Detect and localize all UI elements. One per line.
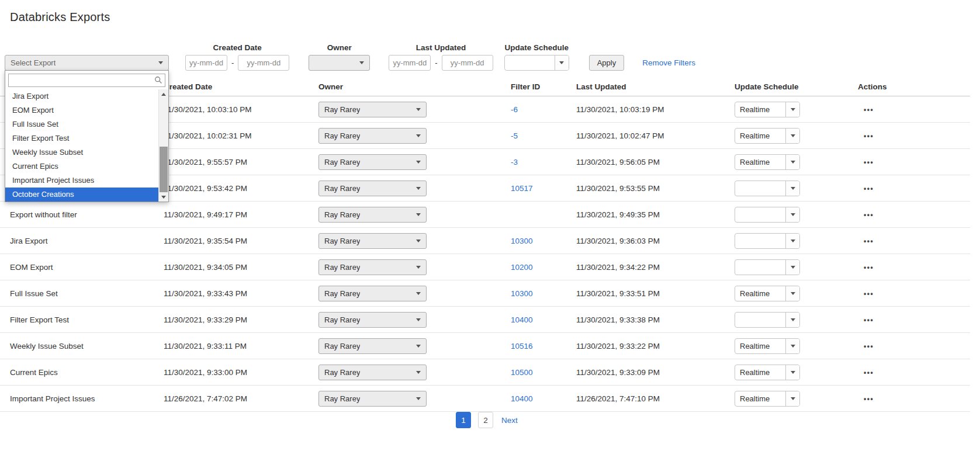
actions-menu-button[interactable]: •••	[864, 237, 874, 245]
dropdown-item[interactable]: Important Project Issues	[5, 173, 158, 188]
last-updated-to-input[interactable]	[442, 55, 493, 71]
filter-id-link[interactable]: -5	[511, 131, 518, 140]
scroll-up-arrow-icon[interactable]	[159, 89, 168, 99]
owner-filter-select[interactable]	[309, 55, 370, 71]
filter-id-link[interactable]: -6	[511, 105, 518, 114]
last-updated-cell: 11/30/2021, 9:33:09 PM	[568, 359, 727, 386]
update-schedule-select[interactable]	[735, 233, 800, 249]
filter-id-link[interactable]: 10300	[511, 289, 533, 298]
last-updated-from-input[interactable]	[389, 55, 431, 71]
owner-select[interactable]: Ray Rarey	[318, 365, 427, 380]
actions-cell: •••	[851, 280, 970, 307]
filter-id-link[interactable]: -3	[511, 158, 518, 166]
owner-select-value: Ray Rarey	[324, 158, 360, 166]
actions-cell: •••	[851, 386, 970, 412]
header-owner: Owner	[310, 78, 503, 96]
select-caret-segment	[785, 102, 799, 117]
actions-menu-button[interactable]: •••	[864, 316, 874, 324]
caret-down-icon	[416, 371, 421, 374]
apply-button[interactable]: Apply	[589, 55, 625, 71]
owner-select[interactable]: Ray Rarey	[318, 128, 427, 144]
update-schedule-select[interactable]: Realtime	[735, 102, 800, 117]
scroll-down-arrow-icon[interactable]	[159, 192, 168, 202]
owner-select[interactable]: Ray Rarey	[318, 154, 427, 170]
page-button-1[interactable]: 1	[456, 412, 471, 428]
update-schedule-select[interactable]: Realtime	[735, 365, 800, 380]
actions-menu-button[interactable]: •••	[864, 395, 874, 403]
update-schedule-select[interactable]: Realtime	[735, 338, 800, 354]
header-last-updated: Last Updated	[568, 78, 727, 96]
owner-select[interactable]: Ray Rarey	[318, 207, 427, 223]
update-schedule-filter-select[interactable]	[504, 55, 569, 71]
dropdown-item[interactable]: October Creations	[5, 188, 158, 202]
dropdown-item[interactable]: Current Epics	[5, 159, 158, 173]
actions-menu-button[interactable]: •••	[864, 185, 874, 193]
actions-menu-button[interactable]: •••	[864, 342, 874, 351]
dropdown-search-input[interactable]	[8, 74, 165, 87]
filter-id-link[interactable]: 10400	[511, 315, 533, 324]
update-schedule-select[interactable]	[735, 181, 800, 196]
owner-select[interactable]: Ray Rarey	[318, 102, 427, 117]
update-schedule-select[interactable]	[735, 312, 800, 328]
filter-id-link[interactable]: 10300	[511, 237, 533, 245]
owner-select[interactable]: Ray Rarey	[318, 181, 427, 196]
caret-down-icon	[416, 134, 421, 137]
filter-id-cell: 10200	[503, 254, 568, 280]
scrollbar-thumb[interactable]	[160, 147, 168, 192]
actions-menu-button[interactable]: •••	[864, 132, 874, 140]
pagination-next-link[interactable]: Next	[501, 416, 518, 425]
last-updated-cell: 11/30/2021, 9:56:05 PM	[568, 149, 727, 175]
owner-cell: Ray Rarey	[310, 280, 503, 307]
select-export-dropdown[interactable]: Select Export	[5, 55, 169, 71]
update-schedule-select[interactable]: Realtime	[735, 154, 800, 170]
dropdown-item[interactable]: EOM Export	[5, 103, 158, 117]
update-schedule-select[interactable]: Realtime	[735, 128, 800, 144]
update-schedule-select[interactable]	[735, 207, 800, 223]
page-button-2[interactable]: 2	[478, 412, 493, 428]
created-date-to-input[interactable]	[238, 55, 289, 71]
update-schedule-select[interactable]: Realtime	[735, 391, 800, 407]
update-schedule-value	[735, 181, 785, 196]
actions-menu-button[interactable]: •••	[864, 106, 874, 114]
select-caret-segment	[785, 365, 799, 380]
filter-id-link[interactable]: 10500	[511, 368, 533, 377]
caret-down-icon	[416, 397, 421, 400]
dropdown-scrollbar[interactable]	[158, 89, 168, 202]
owner-select[interactable]: Ray Rarey	[318, 391, 427, 407]
owner-select[interactable]: Ray Rarey	[318, 233, 427, 249]
filter-id-link[interactable]: 10517	[511, 184, 533, 193]
owner-select[interactable]: Ray Rarey	[318, 312, 427, 328]
last-updated-filter-group: Last Updated -	[389, 43, 493, 71]
filter-id-link[interactable]: 10200	[511, 263, 533, 272]
select-export-group: Select Export	[5, 55, 169, 71]
last-updated-cell: 11/30/2021, 9:33:51 PM	[568, 280, 727, 307]
actions-menu-button[interactable]: •••	[864, 369, 874, 377]
caret-down-icon	[416, 161, 421, 164]
filter-id-link[interactable]: 10400	[511, 394, 533, 403]
table-row: EOM Export 11/30/2021, 9:34:05 PM Ray Ra…	[0, 254, 970, 280]
select-caret-segment	[785, 129, 799, 143]
update-schedule-select[interactable]: Realtime	[735, 286, 800, 301]
owner-select[interactable]: Ray Rarey	[318, 259, 427, 275]
dropdown-item[interactable]: Full Issue Set	[5, 117, 158, 131]
owner-select[interactable]: Ray Rarey	[318, 286, 427, 301]
update-schedule-cell: Realtime	[727, 359, 851, 386]
update-schedule-cell	[727, 175, 851, 202]
owner-select[interactable]: Ray Rarey	[318, 338, 427, 354]
header-created-date: Created Date	[154, 78, 310, 96]
dropdown-item[interactable]: Jira Export	[5, 89, 158, 103]
filter-id-cell: 10300	[503, 228, 568, 254]
actions-menu-button[interactable]: •••	[864, 263, 874, 272]
created-date-from-input[interactable]	[185, 55, 227, 71]
filter-id-link[interactable]: 10516	[511, 342, 533, 351]
update-schedule-value: Realtime	[735, 339, 785, 353]
actions-menu-button[interactable]: •••	[864, 211, 874, 219]
actions-menu-button[interactable]: •••	[864, 290, 874, 298]
actions-menu-button[interactable]: •••	[864, 158, 874, 166]
last-updated-cell: 11/30/2021, 9:34:22 PM	[568, 254, 727, 280]
remove-filters-link[interactable]: Remove Filters	[642, 58, 695, 67]
update-schedule-select[interactable]	[735, 259, 800, 275]
last-updated-cell: 11/30/2021, 9:53:55 PM	[568, 175, 727, 202]
dropdown-item[interactable]: Weekly Issue Subset	[5, 145, 158, 159]
dropdown-item[interactable]: Filter Export Test	[5, 131, 158, 145]
